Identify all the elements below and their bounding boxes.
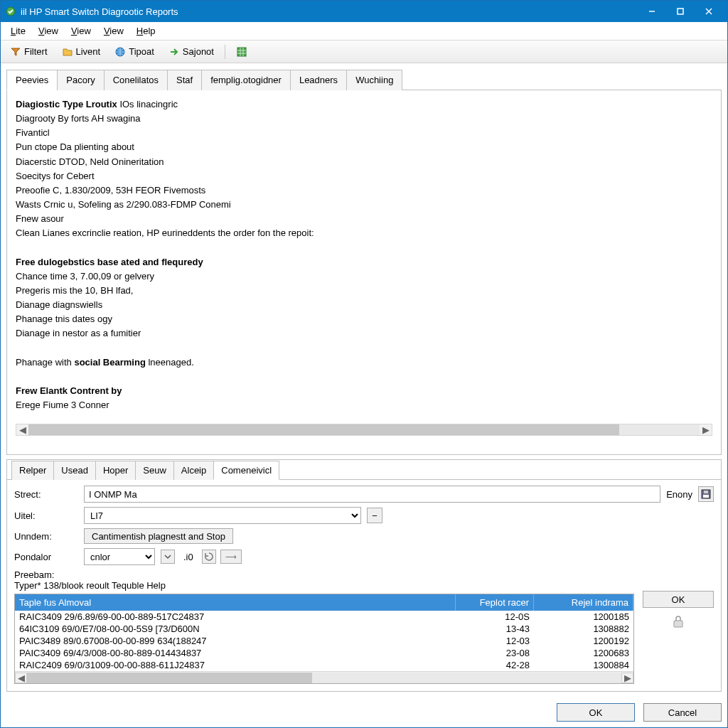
disk-icon — [701, 489, 711, 499]
minimize-button[interactable] — [638, 1, 666, 21]
scroll-right-icon[interactable]: ▶ — [700, 424, 712, 435]
dropdown-icon-button[interactable] — [161, 550, 175, 564]
tab-staf[interactable]: Staf — [167, 70, 202, 90]
table-row[interactable]: PAIC3489 89/0.67008-00-00-899 634(188247… — [15, 635, 633, 647]
scroll-thumb[interactable] — [27, 673, 312, 683]
scroll-right-icon[interactable]: ▶ — [621, 673, 633, 683]
toolbar-livent[interactable]: Livent — [57, 43, 106, 60]
table-cell: RAIC3409 29/6.89/69-00-00-889-517C24837 — [15, 611, 456, 623]
table-row[interactable]: RAIC3409 29/6.89/69-00-00-889-517C248371… — [15, 611, 633, 623]
upper-tab-strip: Peevies Pacory Conelilatos Staf femplig.… — [6, 69, 722, 90]
toolbar-extra[interactable] — [231, 43, 252, 60]
arrow-icon — [168, 46, 180, 58]
doc-line: Diacerstic DTOD, Neld Onineritation — [16, 155, 712, 169]
uitel-select[interactable]: LI7 — [84, 507, 361, 524]
doc-heading: Frew Elantk Contrent by — [16, 384, 712, 398]
svg-rect-6 — [237, 48, 246, 56]
table-body: RAIC3409 29/6.89/69-00-00-889-517C248371… — [15, 611, 633, 671]
tab-peevies[interactable]: Peevies — [6, 70, 58, 90]
ltab-hoper[interactable]: Hoper — [95, 461, 136, 480]
ltab-comeneivicl[interactable]: Comeneivicl — [213, 461, 279, 480]
scroll-thumb[interactable] — [28, 424, 619, 435]
table-cell: 64IC3109 69/0/E7/08-00-00-5S9 [73/D600N — [15, 623, 456, 635]
doc-line: Fnew asour — [16, 212, 712, 226]
doc-line: Soecitys for Cebert — [16, 169, 712, 183]
folder-icon — [62, 46, 73, 58]
toolbar-tipoat-label: Tipoat — [129, 46, 154, 57]
pondalor-select[interactable]: cnlor — [84, 548, 155, 565]
cancel-button[interactable]: Cancel — [643, 703, 722, 722]
table-row[interactable]: RAIC2409 69/0/31009-00-00-888-611J248374… — [15, 659, 633, 671]
refresh-icon — [205, 552, 213, 561]
table-cell: 1300884 — [534, 659, 633, 671]
doc-line: Clean Lianes excrinclie reation, HP euri… — [16, 226, 712, 240]
table-row[interactable]: PAIC3409 69/4/3/008-00-80-889-0144348372… — [15, 647, 633, 659]
ltab-relper[interactable]: Relper — [11, 461, 54, 480]
scroll-left-icon[interactable]: ◀ — [15, 673, 27, 683]
table-cell: PAIC3409 69/4/3/008-00-80-889-014434837 — [15, 647, 456, 659]
doc-h1: Diagiostic Type Lroutix — [16, 99, 117, 109]
filter-icon — [10, 46, 21, 58]
strect-input[interactable] — [84, 486, 660, 503]
tab-pacory[interactable]: Pacory — [57, 70, 104, 90]
menu-lite[interactable]: Lite — [5, 23, 31, 38]
uitel-extra-button[interactable]: − — [367, 508, 382, 523]
document-pane[interactable]: Diagiostic Type Lroutix IOs linacingric … — [16, 97, 712, 421]
table-header: Taple fus Almoval Feplot racer Rejel ind… — [15, 594, 633, 611]
table-cell: 23-08 — [456, 647, 534, 659]
doc-h-scrollbar[interactable]: ◀ ▶ — [16, 424, 712, 436]
side-ok-button[interactable]: OK — [643, 591, 714, 608]
menu-view-3[interactable]: View — [98, 23, 129, 38]
toolbar-sajonot-label: Sajonot — [183, 46, 214, 57]
tab-leadners[interactable]: Leadners — [290, 70, 347, 90]
minus-icon: − — [372, 510, 378, 521]
table-cell: 12-03 — [456, 635, 534, 647]
svg-rect-2 — [678, 9, 683, 14]
table-cell: RAIC2409 69/0/31009-00-00-888-611J24837 — [15, 659, 456, 671]
tab-conelilatos[interactable]: Conelilatos — [104, 70, 168, 90]
ltab-alceip[interactable]: Alceip — [173, 461, 214, 480]
table-cell: PAIC3489 89/0.67008-00-00-899 634(188247 — [15, 635, 456, 647]
link-icon-button[interactable]: ⟶ — [220, 550, 242, 564]
close-button[interactable] — [695, 1, 723, 21]
ltab-usead[interactable]: Usead — [53, 461, 96, 480]
table-h-scrollbar[interactable]: ◀ ▶ — [15, 671, 633, 683]
enony-label: Enony — [666, 489, 692, 500]
toolbar-sajonot[interactable]: Sajonot — [164, 43, 219, 60]
save-icon-button[interactable] — [698, 486, 714, 502]
maximize-button[interactable] — [666, 1, 695, 21]
th-2[interactable]: Rejel indrama — [534, 594, 633, 611]
doc-line: Preoofie C, 1.830/2009, 53H FEOR Fivemos… — [16, 183, 712, 198]
toolbar-filtert-label: Filtert — [24, 46, 48, 57]
scroll-track[interactable] — [27, 673, 621, 683]
chevron-down-icon — [164, 553, 171, 560]
scroll-left-icon[interactable]: ◀ — [16, 424, 28, 435]
menu-help[interactable]: Help — [131, 23, 161, 38]
ok-button[interactable]: OK — [557, 703, 635, 722]
doc-line: Wasts Crnic u, Sofeling as 2/290.083-FDM… — [16, 198, 712, 212]
table-cell: 1200683 — [534, 647, 633, 659]
th-0[interactable]: Taple fus Almoval — [15, 594, 456, 611]
doc-line: Dianage diagnswiells — [16, 298, 712, 312]
unndem-action-button[interactable]: Cantimentish plagnestt and Stop — [84, 528, 233, 544]
doc-line: Pregeris mis the 10, BH lfad, — [16, 284, 712, 298]
scroll-track[interactable] — [28, 424, 700, 435]
tab-wuchiing[interactable]: Wuchiing — [346, 70, 402, 90]
table-cell: 1200185 — [534, 611, 633, 623]
menu-view-2[interactable]: View — [65, 23, 97, 38]
toolbar-tipoat[interactable]: Tipoat — [109, 43, 159, 60]
refresh-icon-button[interactable] — [202, 550, 216, 564]
doc-line: Fivanticl — [16, 126, 712, 140]
ltab-seuw[interactable]: Seuw — [135, 461, 174, 480]
toolbar-filtert[interactable]: Filtert — [5, 43, 53, 60]
lower-tab-strip: Relper Usead Hoper Seuw Alceip Comeneivi… — [7, 460, 721, 480]
preebam-label: Preebam: — [14, 569, 714, 580]
table-row[interactable]: 64IC3109 69/0/E7/08-00-00-5S9 [73/D600N1… — [15, 623, 633, 635]
lock-icon — [673, 615, 684, 630]
th-1[interactable]: Feplot racer — [456, 594, 534, 611]
tab-femplig[interactable]: femplig.otogidner — [201, 70, 291, 90]
toolbar-livent-label: Livent — [76, 46, 101, 57]
menu-view-1[interactable]: View — [33, 23, 64, 38]
dialog-buttons: OK Cancel — [1, 697, 727, 727]
app-icon — [5, 6, 16, 17]
